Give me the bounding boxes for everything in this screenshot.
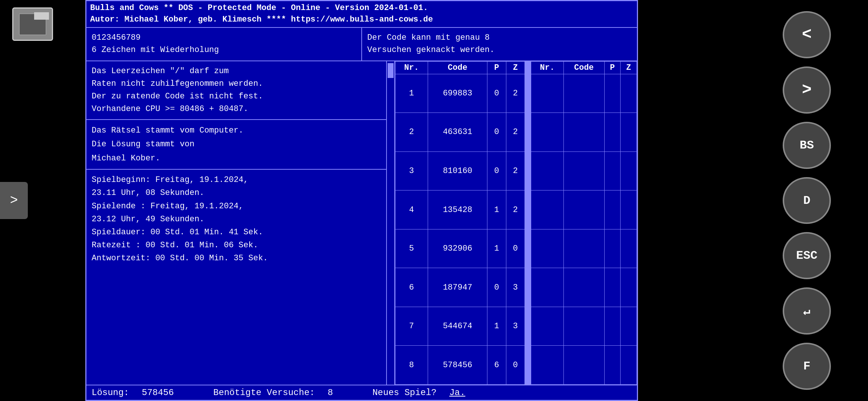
rules-line3: Der zu ratende Code ist nicht fest. [92, 90, 381, 103]
cell-code2 [563, 307, 604, 346]
cell-code2 [563, 74, 604, 113]
cell-z2 [621, 151, 637, 190]
enter-icon: ↵ [803, 304, 810, 319]
cell-z: 3 [506, 268, 525, 307]
col-header-nr2: Nr. [531, 61, 564, 74]
right-content: Nr. Code P Z Nr. Code P Z [387, 61, 637, 385]
duration-value: : 00 Std. 01 Min. 41 Sek. [141, 228, 263, 237]
cell-spacer [525, 346, 531, 385]
cell-p: 1 [487, 190, 506, 229]
cell-z2 [621, 346, 637, 385]
sidebar-expand-button[interactable]: > [0, 182, 28, 219]
origin-line4: Michael Kober. [92, 151, 381, 165]
left-content: Das Leerzeichen "/" darf zum Raten nicht… [86, 61, 387, 385]
cell-code: 463631 [428, 113, 487, 152]
forward-button[interactable]: > [783, 66, 831, 114]
cell-nr2 [531, 190, 564, 229]
col-header-p2: P [604, 61, 621, 74]
answer-line: Antwortzeit: 00 Std. 00 Min. 35 Sek. [92, 252, 381, 265]
cell-nr: 7 [395, 307, 428, 346]
esc-button[interactable]: ESC [783, 232, 831, 279]
cell-p2 [604, 346, 621, 385]
cell-p: 0 [487, 113, 506, 152]
scrollbar[interactable] [387, 61, 395, 385]
cell-z2 [621, 113, 637, 152]
rules-line4: Vorhandene CPU >= 80486 + 80487. [92, 103, 381, 115]
guess-table-area: Nr. Code P Z Nr. Code P Z [395, 61, 637, 385]
col-header-z2: Z [621, 61, 637, 74]
title-bar: Bulls and Cows ** DOS - Protected Mode -… [86, 1, 637, 28]
table-row: 1 699883 0 2 [395, 74, 637, 113]
cell-code2 [563, 268, 604, 307]
cell-z: 0 [506, 229, 525, 268]
cell-nr2 [531, 346, 564, 385]
col-header-z: Z [506, 61, 525, 74]
cell-z2 [621, 307, 637, 346]
col-header-nr: Nr. [395, 61, 428, 74]
d-button[interactable]: D [783, 177, 831, 224]
cell-spacer [525, 268, 531, 307]
rules-line1: Das Leerzeichen "/" darf zum [92, 65, 381, 78]
cell-code: 578456 [428, 346, 487, 385]
cell-z: 0 [506, 346, 525, 385]
origin-line3: Die Lösung stammt von [92, 137, 381, 151]
f-button[interactable]: F [783, 343, 831, 390]
cell-z: 3 [506, 307, 525, 346]
table-row: 5 932906 1 0 [395, 229, 637, 268]
title-line1: Bulls and Cows ** DOS - Protected Mode -… [90, 3, 633, 14]
cell-nr2 [531, 268, 564, 307]
cell-p2 [604, 151, 621, 190]
cell-p2 [604, 268, 621, 307]
enter-button[interactable]: ↵ [783, 287, 831, 335]
cell-p: 0 [487, 151, 506, 190]
cell-nr: 2 [395, 113, 428, 152]
cell-z2 [621, 229, 637, 268]
new-game-label: Neues Spiel? [372, 388, 437, 398]
cell-p2 [604, 229, 621, 268]
start-value: Freitag, 19.1.2024, [155, 175, 249, 185]
title-line2: Autor: Michael Kober, geb. Klimesch ****… [90, 14, 633, 26]
cell-nr: 3 [395, 151, 428, 190]
info-left: 0123456789 6 Zeichen mit Wiederholung [86, 28, 362, 61]
bs-label: BS [800, 138, 814, 152]
cell-z2 [621, 190, 637, 229]
rate-value: : 00 Std. 01 Min. 06 Sek. [136, 241, 258, 250]
col-header-p: P [487, 61, 506, 74]
col-spacer [525, 61, 531, 74]
cell-spacer [525, 113, 531, 152]
end-line1: Spielende : Freitag, 19.1.2024, [92, 200, 381, 213]
floppy-button[interactable] [12, 7, 53, 41]
rate-line: Ratezeit : 00 Std. 01 Min. 06 Sek. [92, 239, 381, 252]
guess-table: Nr. Code P Z Nr. Code P Z [395, 61, 637, 385]
attempts-desc1: Der Code kann mit genau 8 [367, 32, 632, 44]
cell-p2 [604, 190, 621, 229]
table-row: 2 463631 0 2 [395, 113, 637, 152]
end-value: : Freitag, 19.1.2024, [141, 202, 243, 211]
table-row: 3 810160 0 2 [395, 151, 637, 190]
cell-p: 1 [487, 229, 506, 268]
cell-spacer [525, 229, 531, 268]
cell-p: 0 [487, 74, 506, 113]
answer-label: Antwortzeit [92, 254, 145, 263]
cell-p2 [604, 74, 621, 113]
content-area: Das Leerzeichen "/" darf zum Raten nicht… [86, 61, 637, 385]
cell-z: 2 [506, 151, 525, 190]
cell-code2 [563, 151, 604, 190]
forward-icon: > [802, 81, 812, 99]
solution-value: 578456 [142, 388, 174, 398]
cell-nr: 8 [395, 346, 428, 385]
new-game-value[interactable]: Ja. [449, 388, 465, 398]
answer-value: : 00 Std. 00 Min. 35 Sek. [145, 254, 268, 263]
cell-nr2 [531, 113, 564, 152]
back-button[interactable]: < [783, 11, 831, 58]
scroll-area: Nr. Code P Z Nr. Code P Z [387, 61, 637, 385]
info-right: Der Code kann mit genau 8 Versuchen gekn… [362, 28, 637, 61]
cell-code: 187947 [428, 268, 487, 307]
start-line2: 23.11 Uhr, 08 Sekunden. [92, 186, 381, 199]
cell-nr: 6 [395, 268, 428, 307]
attempts-label: Benötigte Versuche: [213, 388, 315, 398]
cell-z: 2 [506, 190, 525, 229]
bs-button[interactable]: BS [783, 122, 831, 169]
cell-z2 [621, 268, 637, 307]
rules-panel: Das Leerzeichen "/" darf zum Raten nicht… [86, 61, 386, 120]
